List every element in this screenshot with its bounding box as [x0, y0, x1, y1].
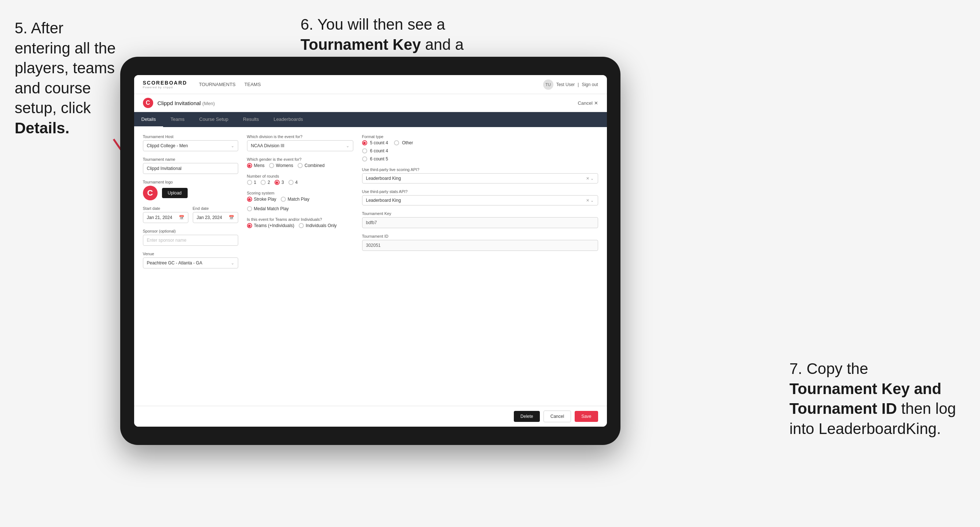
third-party-stats-field: Use third-party stats API? Leaderboard K…: [362, 189, 598, 205]
format-6count5[interactable]: 6 count 5: [362, 156, 388, 162]
radio-individuals-circle[interactable]: [299, 223, 304, 228]
tab-bar: Details Teams Course Setup Results Leade…: [134, 112, 607, 127]
tournament-host-field: Tournament Host Clippd College - Men ⌄: [143, 134, 238, 151]
format-other[interactable]: Other: [394, 140, 413, 145]
tab-leaderboards[interactable]: Leaderboards: [266, 112, 310, 127]
radio-round4-circle[interactable]: [288, 180, 294, 185]
gender-radio-group: Mens Womens Combined: [247, 163, 353, 168]
tournament-key-value: bdfb7: [362, 217, 598, 228]
venue-field: Venue Peachtree GC - Atlanta - GA ⌄: [143, 252, 238, 268]
tournament-host-label: Tournament Host: [143, 134, 238, 139]
scoring-stroke-play[interactable]: Stroke Play: [247, 197, 276, 202]
gender-womens[interactable]: Womens: [269, 163, 293, 168]
right-column: Format type 5 count 4 6 count 4: [362, 134, 598, 398]
tab-teams[interactable]: Teams: [163, 112, 192, 127]
third-party-stats-input[interactable]: Leaderboard King ✕ ⌄: [362, 195, 598, 205]
tournament-id-field: Tournament ID 302051: [362, 234, 598, 251]
rounds-radio-group: 1 2 3 4: [247, 180, 353, 185]
third-party-stats-clear[interactable]: ✕ ⌄: [586, 198, 594, 203]
radio-womens-circle[interactable]: [269, 163, 274, 168]
round-3[interactable]: 3: [275, 180, 284, 185]
nav-signout[interactable]: Sign out: [582, 82, 598, 87]
radio-6count4-circle[interactable]: [362, 148, 367, 154]
radio-teams-circle[interactable]: [247, 223, 252, 228]
main-content: Tournament Host Clippd College - Men ⌄ T…: [134, 127, 607, 406]
third-party-live-label: Use third-party live scoring API?: [362, 167, 598, 172]
venue-input[interactable]: Peachtree GC - Atlanta - GA ⌄: [143, 257, 238, 268]
round-2[interactable]: 2: [261, 180, 270, 185]
format-options-left: 5 count 4 6 count 4 6 count 5: [362, 140, 388, 162]
tournament-id-label: Tournament ID: [362, 234, 598, 238]
tab-details[interactable]: Details: [134, 112, 164, 127]
nav-logo-title: SCOREBOARD: [143, 80, 187, 86]
venue-label: Venue: [143, 252, 238, 256]
individuals-only[interactable]: Individuals Only: [299, 223, 337, 228]
tournament-title: Clippd Invitational (Men): [158, 100, 215, 106]
tournament-header: C Clippd Invitational (Men) Cancel ✕: [134, 94, 607, 112]
scoring-match-play[interactable]: Match Play: [281, 197, 309, 202]
scoring-medal-match-play[interactable]: Medal Match Play: [247, 206, 289, 211]
start-date-input[interactable]: Jan 21, 2024 📅: [143, 212, 188, 223]
cancel-footer-button[interactable]: Cancel: [544, 411, 571, 422]
radio-medal-circle[interactable]: [247, 206, 252, 211]
end-date-label: End date: [193, 206, 238, 211]
teams-plus-individuals[interactable]: Teams (+Individuals): [247, 223, 294, 228]
tournament-host-input[interactable]: Clippd College - Men ⌄: [143, 140, 238, 151]
tab-results[interactable]: Results: [235, 112, 266, 127]
teams-radio-group: Teams (+Individuals) Individuals Only: [247, 223, 353, 228]
radio-combined-circle[interactable]: [298, 163, 303, 168]
end-date-input[interactable]: Jan 23, 2024 📅: [193, 212, 238, 223]
left-column: Tournament Host Clippd College - Men ⌄ T…: [143, 134, 238, 398]
format-5count4[interactable]: 5 count 4: [362, 140, 388, 145]
third-party-stats-label: Use third-party stats API?: [362, 189, 598, 194]
radio-mens-circle[interactable]: [247, 163, 252, 168]
upload-button[interactable]: Upload: [162, 188, 188, 198]
nav-user: Test User: [556, 82, 575, 87]
cancel-button[interactable]: Cancel ✕: [578, 100, 598, 106]
start-date-field: Start date Jan 21, 2024 📅: [143, 206, 188, 223]
third-party-live-clear[interactable]: ✕ ⌄: [586, 176, 594, 181]
tab-course-setup[interactable]: Course Setup: [192, 112, 236, 127]
radio-match-circle[interactable]: [281, 197, 286, 202]
gender-mens[interactable]: Mens: [247, 163, 265, 168]
gender-label: Which gender is the event for?: [247, 157, 353, 162]
rounds-field: Number of rounds 1 2 3: [247, 174, 353, 185]
annotation-left: 5. After entering all the players, teams…: [15, 18, 117, 138]
round-4[interactable]: 4: [288, 180, 298, 185]
nav-separator: |: [578, 82, 579, 87]
nav-bar: SCOREBOARD Powered by clippd TOURNAMENTS…: [134, 75, 607, 94]
radio-6count5-circle[interactable]: [362, 156, 367, 162]
format-field: Format type 5 count 4 6 count 4: [362, 134, 598, 162]
teams-field: Is this event for Teams and/or Individua…: [247, 217, 353, 228]
middle-column: Which division is the event for? NCAA Di…: [247, 134, 353, 398]
delete-button[interactable]: Delete: [514, 411, 540, 422]
division-input[interactable]: NCAA Division III ⌄: [247, 140, 353, 151]
radio-round3-circle[interactable]: [275, 180, 280, 185]
radio-5count4-circle[interactable]: [362, 140, 367, 145]
tournament-key-label: Tournament Key: [362, 211, 598, 216]
nav-logo: SCOREBOARD Powered by clippd: [143, 80, 187, 89]
round-1[interactable]: 1: [247, 180, 256, 185]
format-6count4[interactable]: 6 count 4: [362, 148, 388, 154]
nav-links: TOURNAMENTS TEAMS: [199, 80, 543, 89]
gender-combined[interactable]: Combined: [298, 163, 325, 168]
scoring-field: Scoring system Stroke Play Match Play: [247, 191, 353, 211]
radio-other-circle[interactable]: [394, 140, 399, 145]
save-button[interactable]: Save: [575, 411, 598, 422]
sponsor-input[interactable]: Enter sponsor name: [143, 235, 238, 246]
logo-preview: C: [143, 186, 158, 200]
third-party-live-input[interactable]: Leaderboard King ✕ ⌄: [362, 173, 598, 184]
nav-link-teams[interactable]: TEAMS: [245, 80, 261, 89]
tournament-name-label: Tournament name: [143, 157, 238, 162]
nav-link-tournaments[interactable]: TOURNAMENTS: [199, 80, 235, 89]
radio-stroke-circle[interactable]: [247, 197, 252, 202]
radio-round2-circle[interactable]: [261, 180, 266, 185]
rounds-label: Number of rounds: [247, 174, 353, 178]
nav-logo-sub: Powered by clippd: [143, 86, 187, 89]
format-options-right: Other: [394, 140, 413, 145]
tournament-name-input[interactable]: Clippd Invitational: [143, 163, 238, 174]
sponsor-label: Sponsor (optional): [143, 229, 238, 233]
tournament-logo-field: Tournament logo C Upload: [143, 180, 238, 200]
date-row: Start date Jan 21, 2024 📅 End date Jan 2…: [143, 206, 238, 223]
radio-round1-circle[interactable]: [247, 180, 252, 185]
